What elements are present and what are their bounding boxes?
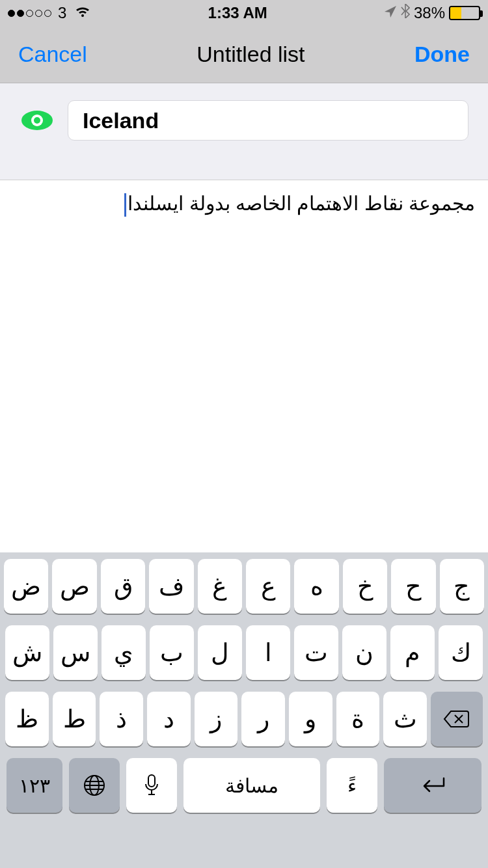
status-right: 38% [384, 4, 480, 22]
page-title: Untitled list [197, 42, 305, 67]
key-sheen[interactable]: ش [5, 625, 49, 680]
key-ghain[interactable]: غ [198, 559, 242, 614]
key-sad[interactable]: ص [52, 559, 96, 614]
list-title-input[interactable] [68, 100, 468, 141]
keyboard: ض ص ق ف غ ع ه خ ح ج ش س ي ب ل ا ت ن م ك … [0, 552, 488, 868]
key-heh[interactable]: ه [294, 559, 338, 614]
keyboard-row-bottom: ١٢٣ مسافة ءً [4, 758, 484, 813]
key-waw[interactable]: و [289, 692, 332, 746]
battery-pct: 38% [414, 4, 445, 22]
clock: 1:33 AM [208, 4, 267, 22]
backspace-key[interactable] [431, 692, 483, 746]
wifi-icon [74, 4, 91, 22]
key-tah[interactable]: ط [53, 692, 96, 746]
key-reh[interactable]: ر [241, 692, 285, 746]
key-dal[interactable]: د [147, 692, 191, 746]
cancel-button[interactable]: Cancel [18, 42, 87, 67]
key-khah[interactable]: خ [343, 559, 387, 614]
key-thal[interactable]: ذ [100, 692, 143, 746]
description-text: مجموعة نقاط الاهتمام الخاصه بدولة ايسلند… [128, 193, 475, 214]
svg-rect-5 [148, 775, 155, 787]
battery-icon [449, 6, 480, 20]
diacritic-key[interactable]: ءً [327, 758, 377, 813]
key-hah[interactable]: ح [391, 559, 435, 614]
key-zah[interactable]: ظ [5, 692, 49, 746]
key-zain[interactable]: ز [195, 692, 238, 746]
key-ain[interactable]: ع [246, 559, 290, 614]
svg-point-2 [34, 117, 40, 124]
description-textarea[interactable]: مجموعة نقاط الاهتمام الخاصه بدولة ايسلند… [0, 180, 488, 552]
keyboard-row-2: ش س ي ب ل ا ت ن م ك [4, 625, 484, 680]
signal-strength-icon [8, 10, 51, 17]
status-bar: 3 1:33 AM 38% [0, 0, 488, 26]
keyboard-row-3: ظ ط ذ د ز ر و ة ث [4, 692, 484, 746]
space-key[interactable]: مسافة [183, 758, 320, 813]
key-beh[interactable]: ب [150, 625, 194, 680]
key-teh[interactable]: ت [294, 625, 338, 680]
key-yeh[interactable]: ي [102, 625, 146, 680]
return-key[interactable] [384, 758, 481, 813]
numbers-key[interactable]: ١٢٣ [7, 758, 62, 813]
key-jeem[interactable]: ج [440, 559, 484, 614]
text-cursor [124, 193, 126, 217]
title-area [0, 83, 488, 180]
carrier-label: 3 [58, 4, 66, 22]
nav-bar: Cancel Untitled list Done [0, 26, 488, 83]
key-feh[interactable]: ف [149, 559, 193, 614]
key-seen[interactable]: س [53, 625, 98, 680]
key-theh[interactable]: ث [383, 692, 427, 746]
dictation-key[interactable] [126, 758, 177, 813]
done-button[interactable]: Done [414, 42, 470, 67]
visibility-icon[interactable] [20, 109, 55, 131]
key-lam[interactable]: ل [198, 625, 242, 680]
key-dad[interactable]: ض [4, 559, 48, 614]
globe-key[interactable] [69, 758, 120, 813]
location-icon [384, 4, 397, 22]
status-left: 3 [8, 4, 91, 22]
key-noon[interactable]: ن [342, 625, 386, 680]
key-teh-marbuta[interactable]: ة [336, 692, 380, 746]
key-qaf[interactable]: ق [101, 559, 145, 614]
bluetooth-icon [401, 4, 410, 22]
keyboard-row-1: ض ص ق ف غ ع ه خ ح ج [4, 559, 484, 614]
key-alef[interactable]: ا [246, 625, 290, 680]
key-kaf[interactable]: ك [439, 625, 483, 680]
key-meem[interactable]: م [390, 625, 435, 680]
